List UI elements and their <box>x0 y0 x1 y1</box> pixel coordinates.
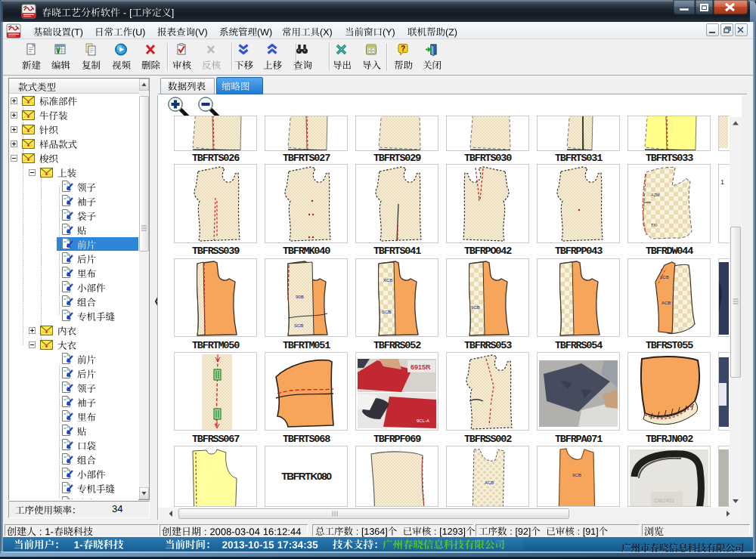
svg-text:?: ? <box>401 45 405 53</box>
svg-text:90B: 90B <box>296 295 304 299</box>
svg-text:6915R: 6915R <box>411 363 431 371</box>
svg-text:9CB: 9CB <box>471 305 480 310</box>
svg-text:TXI: TXI <box>651 223 658 227</box>
svg-text:ACB: ACB <box>485 480 494 485</box>
svg-text:ACB: ACB <box>662 301 671 305</box>
svg-text:SCB: SCB <box>294 323 303 328</box>
svg-text:CW2401: CW2401 <box>654 498 674 503</box>
svg-text:XCB: XCB <box>383 278 392 283</box>
svg-text:1: 1 <box>720 178 724 186</box>
svg-text:TBFRTK080: TBFRTK080 <box>281 471 331 482</box>
svg-text:9CB: 9CB <box>660 275 669 280</box>
svg-text:AZM: AZM <box>651 193 660 197</box>
svg-text:9CB: 9CB <box>572 473 581 477</box>
svg-text:9CL-A: 9CL-A <box>417 418 429 423</box>
svg-text:SCB: SCB <box>382 310 391 314</box>
